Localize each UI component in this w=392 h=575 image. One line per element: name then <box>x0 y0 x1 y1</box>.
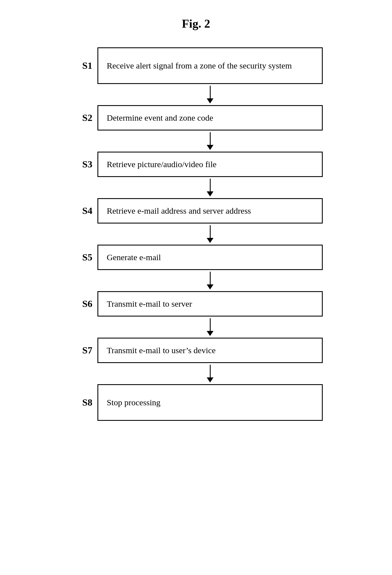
step-box-s7: Transmit e-mail to user’s device <box>97 338 323 363</box>
step-text-s7: Transmit e-mail to user’s device <box>107 346 216 355</box>
step-text-s6: Transmit e-mail to server <box>107 299 192 309</box>
arrow-head-7 <box>207 377 213 382</box>
step-box-s5: Generate e-mail <box>97 245 323 270</box>
arrow-head-6 <box>207 331 213 336</box>
arrow-head-5 <box>207 284 213 289</box>
step-label-s8: S8 <box>69 397 97 408</box>
step-box-s2: Determine event and zone code <box>97 105 323 131</box>
step-label-s4: S4 <box>69 205 97 216</box>
arrow-2 <box>69 131 323 152</box>
step-text-s1: Receive alert signal from a zone of the … <box>107 61 292 70</box>
step-label-s7: S7 <box>69 345 97 356</box>
arrow-line-1 <box>210 86 211 98</box>
step-row-s2: S2 Determine event and zone code <box>69 105 323 131</box>
step-text-s8: Stop processing <box>107 398 161 407</box>
arrow-line-4 <box>210 225 211 238</box>
arrow-line-5 <box>210 272 211 284</box>
step-row-s4: S4 Retrieve e-mail address and server ad… <box>69 198 323 224</box>
step-text-s3: Retrieve picture/audio/video file <box>107 160 217 169</box>
arrow-line-6 <box>210 318 211 331</box>
step-box-s6: Transmit e-mail to server <box>97 291 323 317</box>
step-text-s5: Generate e-mail <box>107 253 161 262</box>
arrow-line-7 <box>210 365 211 377</box>
step-row-s7: S7 Transmit e-mail to user’s device <box>69 338 323 363</box>
arrow-5 <box>69 270 323 291</box>
arrow-head-4 <box>207 238 213 243</box>
step-text-s2: Determine event and zone code <box>107 113 213 123</box>
arrow-3 <box>69 177 323 198</box>
step-box-s1: Receive alert signal from a zone of the … <box>97 47 323 84</box>
arrow-head-3 <box>207 191 213 196</box>
arrow-6 <box>69 317 323 338</box>
arrow-1 <box>69 84 323 105</box>
step-label-s5: S5 <box>69 252 97 263</box>
arrow-head-1 <box>207 98 213 103</box>
step-label-s2: S2 <box>69 112 97 123</box>
arrow-head-2 <box>207 145 213 150</box>
flowchart: S1 Receive alert signal from a zone of t… <box>69 47 323 421</box>
step-label-s6: S6 <box>69 298 97 309</box>
step-box-s8: Stop processing <box>97 384 323 421</box>
arrow-4 <box>69 224 323 245</box>
figure-title: Fig. 2 <box>182 17 210 30</box>
step-row-s1: S1 Receive alert signal from a zone of t… <box>69 47 323 84</box>
arrow-7 <box>69 363 323 384</box>
page-container: Fig. 2 S1 Receive alert signal from a zo… <box>0 0 392 575</box>
step-row-s3: S3 Retrieve picture/audio/video file <box>69 152 323 177</box>
step-row-s8: S8 Stop processing <box>69 384 323 421</box>
step-label-s3: S3 <box>69 159 97 170</box>
step-box-s3: Retrieve picture/audio/video file <box>97 152 323 177</box>
step-row-s6: S6 Transmit e-mail to server <box>69 291 323 317</box>
step-text-s4: Retrieve e-mail address and server addre… <box>107 206 251 216</box>
step-box-s4: Retrieve e-mail address and server addre… <box>97 198 323 224</box>
step-row-s5: S5 Generate e-mail <box>69 245 323 270</box>
step-label-s1: S1 <box>69 60 97 71</box>
arrow-line-2 <box>210 132 211 145</box>
arrow-line-3 <box>210 179 211 191</box>
